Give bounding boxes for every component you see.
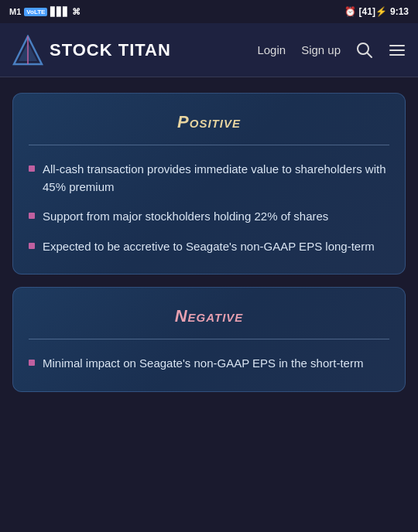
carrier-label: M1	[9, 7, 21, 16]
volte-badge: VoLTE	[24, 8, 47, 16]
status-left: M1 VoLTE ▋▋▋ ⌘	[9, 7, 81, 17]
list-item: Expected to be accretive to Seagate's no…	[29, 238, 389, 256]
time-label: 9:13	[390, 6, 409, 17]
negative-item-1-text: Minimal impact on Seagate's non-GAAP EPS…	[43, 355, 363, 373]
positive-card: Positive All-cash transaction provides i…	[12, 93, 406, 275]
app-name-label: STOCK TITAN	[50, 40, 171, 60]
battery-label: [41]⚡	[359, 6, 387, 17]
status-bar: M1 VoLTE ▋▋▋ ⌘ ⏰ [41]⚡ 9:13	[0, 0, 418, 23]
list-item: Minimal impact on Seagate's non-GAAP EPS…	[29, 355, 389, 373]
status-right: ⏰ [41]⚡ 9:13	[344, 6, 409, 17]
positive-card-list: All-cash transaction provides immediate …	[29, 161, 389, 255]
positive-item-3-text: Expected to be accretive to Seagate's no…	[43, 238, 375, 256]
negative-card-divider	[29, 339, 389, 339]
main-content: Positive All-cash transaction provides i…	[0, 77, 418, 408]
positive-card-title: Positive	[29, 112, 389, 132]
wifi-icon: ⌘	[72, 7, 81, 17]
login-link[interactable]: Login	[257, 43, 286, 56]
negative-card-title: Negative	[29, 306, 389, 326]
positive-card-divider	[29, 145, 389, 145]
bullet-icon	[29, 360, 35, 366]
positive-item-2-text: Support from major stockholders holding …	[43, 208, 328, 226]
navbar: STOCK TITAN Login Sign up	[0, 23, 418, 77]
signup-link[interactable]: Sign up	[301, 43, 341, 56]
logo-icon	[12, 35, 43, 66]
bullet-icon	[29, 213, 35, 219]
list-item: All-cash transaction provides immediate …	[29, 161, 389, 196]
positive-item-1-text: All-cash transaction provides immediate …	[43, 161, 389, 196]
negative-card: Negative Minimal impact on Seagate's non…	[12, 287, 406, 392]
bullet-icon	[29, 243, 35, 249]
bullet-icon	[29, 165, 35, 172]
list-item: Support from major stockholders holding …	[29, 208, 389, 226]
negative-card-list: Minimal impact on Seagate's non-GAAP EPS…	[29, 355, 389, 373]
logo-area: STOCK TITAN	[12, 35, 257, 66]
search-icon[interactable]	[356, 42, 373, 59]
alarm-icon: ⏰	[344, 6, 356, 17]
menu-icon[interactable]	[389, 42, 406, 59]
nav-links: Login Sign up	[257, 42, 406, 59]
svg-line-4	[367, 53, 372, 57]
signal-icon: ▋▋▋	[50, 7, 69, 17]
